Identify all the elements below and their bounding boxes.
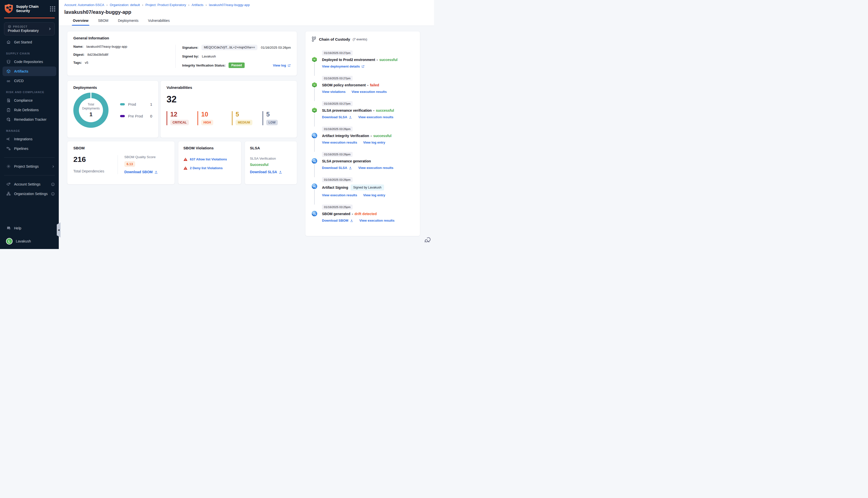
download-slsa-link[interactable]: Download SLSA [322,166,352,170]
sidebar-item-remediation-tracker[interactable]: Remediation Tracker [0,115,59,124]
tab-sbom[interactable]: SBOM [98,18,108,26]
legend-item-preprod: Pre Prod 0 [120,114,152,118]
supply-chain-security-logo-icon [4,3,14,14]
sidebar-item-organization-settings[interactable]: Organization Settings [0,189,59,198]
timeline-event: 01/16/2025 03:26pm Artifact SigningSigne… [311,177,414,205]
sidebar-item-project-settings[interactable]: Project Settings [0,162,59,171]
sidebar-item-integrations[interactable]: Integrations [0,134,59,144]
view-log-link[interactable]: View log [273,64,291,67]
sidebar-item-label: Pipelines [14,147,28,150]
help-button[interactable]: ? Help [0,223,59,233]
event-status: failed [370,83,379,87]
download-sbom-link[interactable]: Download SBOM [322,219,353,222]
view-violations-link[interactable]: View violations [322,90,346,94]
app-title: Supply Chain Security [16,4,40,13]
page-header: Account: Automation-SSCA› Organization: … [59,0,434,26]
sidebar-item-label: Remediation Tracker [14,117,47,121]
view-execution-results-link[interactable]: View execution results [322,141,357,144]
gear-icon [6,164,11,169]
external-link-icon [361,65,365,68]
donut-center-label: Total Deployments [81,103,101,110]
download-sbom-link[interactable]: Download SBOM [124,170,158,174]
severity-badge-low: LOW [266,120,278,125]
sidebar-item-cicd[interactable]: ∞ CI/CD [0,76,59,86]
event-title: Artifact Integrity Verification [322,134,369,138]
pipelines-icon [6,146,11,151]
download-slsa-link[interactable]: Download SLSA [322,115,352,119]
integrity-status-label: Integrity Verification Status: [182,64,225,67]
pipeline-hexagon-icon: ∞ [311,56,318,63]
info-icon [51,183,55,186]
deny-list-violations-link[interactable]: 2 Deny list Violations [190,166,223,170]
vulnerabilities-card: Vulnerabilities 32 12 CRITICAL 10 HIGH [160,81,297,138]
external-link-icon [288,64,291,67]
legend-swatch-prod [120,103,125,105]
legend-swatch-preprod [120,115,125,117]
breadcrumb-project[interactable]: Project: Product Exploratory [145,3,186,7]
section-label-manage: MANAGE [0,124,59,134]
severity-low: 5 LOW [262,111,290,125]
view-execution-results-link[interactable]: View execution results [322,193,357,197]
download-slsa-link[interactable]: Download SLSA [250,170,282,174]
cicd-infinity-icon: ∞ [6,79,11,83]
brand-accent-divider [4,17,55,18]
sidebar-item-rule-definitions[interactable]: Rule Definitions [0,105,59,115]
warning-triangle-icon [183,157,187,161]
sidebar-item-compliance[interactable]: Compliance [0,96,59,105]
breadcrumb-organization[interactable]: Organization: default [110,3,140,7]
module-switcher-icon[interactable] [50,6,55,12]
sidebar-item-code-repositories[interactable]: Code Repositories [0,57,59,66]
sidebar-item-label: Organization Settings [14,192,48,196]
event-title: Artifact Signing [322,185,348,189]
event-timestamp: 01/16/2025 03:27pm [322,51,353,55]
sidebar-item-account-settings[interactable]: Account Settings [0,180,59,189]
tab-vulnerabilities[interactable]: Vulnerabilities [148,18,170,26]
chain-of-custody-event-count: (7 events) [353,37,367,41]
sidebar-item-label: CI/CD [14,79,24,83]
signed-by-badge: Signed by Lavakush [351,184,384,191]
signed-by-label: Signed by: [182,54,199,58]
event-timestamp: 01/16/2025 03:25pm [322,205,353,210]
breadcrumb-separator: › [106,3,107,7]
view-log-entry-link[interactable]: View log entry [363,141,385,144]
chain-of-custody-title: Chain of Custody [319,37,350,41]
sidebar-collapse-handle[interactable]: ◀ [57,222,61,237]
view-deployment-details-link[interactable]: View deployment details [322,65,365,68]
scan-circle-icon [311,211,318,217]
sidebar-footer: ? Help L Lavakush [0,223,59,246]
event-timestamp: 01/16/2025 03:26pm [322,177,353,182]
event-status: successful [373,134,391,138]
pipeline-hexagon-icon: ∞ [311,82,318,88]
sidebar: Supply Chain Security PROJECT Product Ex… [0,0,59,249]
breadcrumb-separator: › [206,3,207,7]
status-badge-passed: Passed [229,63,245,68]
view-execution-results-link[interactable]: View execution results [359,219,394,222]
organization-settings-icon [6,192,11,196]
view-execution-results-link[interactable]: View execution results [358,115,393,119]
sbom-violations-card: SBOM Violations 637 Allow list Violation… [178,141,241,184]
tab-deployments[interactable]: Deployments [118,18,139,26]
view-log-entry-link[interactable]: View log entry [363,193,385,197]
download-icon [154,170,158,174]
chevron-right-icon [51,165,55,168]
project-selector[interactable]: PROJECT Product Exploratory [4,22,55,35]
sidebar-item-pipelines[interactable]: Pipelines [0,144,59,153]
tab-bar: Overview SBOM Deployments Vulnerabilitie… [64,18,434,26]
tab-overview[interactable]: Overview [73,18,88,26]
view-execution-results-link[interactable]: View execution results [358,166,393,170]
card-title: Deployments [73,86,152,90]
download-icon [278,170,282,174]
view-execution-results-link[interactable]: View execution results [352,90,387,94]
chat-widget-icon[interactable] [424,236,431,244]
timeline-event: 01/16/2025 03:26pm Artifact Integrity Ve… [311,127,414,152]
help-chat-icon: ? [6,226,11,231]
tags-label: Tags: [73,61,82,65]
allow-list-violations-link[interactable]: 637 Allow list Violations [190,157,227,161]
breadcrumb-current[interactable]: lavakush07/easy-buggy-app [209,3,250,7]
severity-badge-medium: MEDIUM [236,120,252,125]
user-menu[interactable]: L Lavakush [0,236,59,246]
breadcrumb-account[interactable]: Account: Automation-SSCA [64,3,104,7]
sidebar-item-artifacts[interactable]: Artifacts [2,66,56,76]
breadcrumb-artifacts[interactable]: Artifacts [192,3,204,7]
sidebar-item-get-started[interactable]: Get Started [0,37,59,47]
